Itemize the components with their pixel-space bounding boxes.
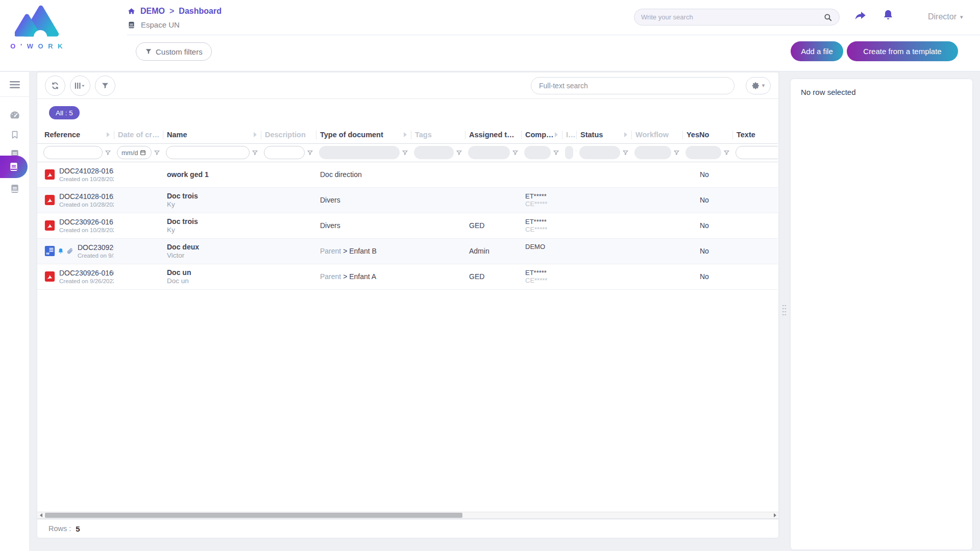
scroll-right-arrow[interactable] [771, 512, 778, 518]
funnel-icon[interactable] [553, 149, 559, 156]
home-icon [127, 7, 136, 15]
filter-button[interactable] [95, 76, 115, 96]
columns-button[interactable] [70, 76, 90, 96]
detail-panel: No row selected [791, 79, 972, 549]
table-row[interactable]: DOC230926-01610-3Created on 10/28/2024 1… [37, 213, 778, 238]
filter-yesno-disabled [685, 146, 721, 159]
user-role-label: Director [928, 12, 957, 21]
sidebar-item-bookmarks[interactable] [0, 125, 30, 144]
refresh-icon [51, 81, 60, 90]
sort-arrow-icon [555, 132, 558, 137]
funnel-icon[interactable] [512, 149, 519, 156]
fulltext-search-input[interactable] [539, 82, 726, 90]
funnel-icon [101, 82, 109, 90]
breadcrumb: DEMO > Dashboard [127, 7, 222, 16]
sidebar-item-dashboard[interactable] [0, 106, 30, 125]
grid-empty-area [37, 290, 778, 512]
table-row[interactable]: w DOC230926-01609-0Created on 9/26/2023 … [37, 238, 778, 264]
calendar-icon [140, 149, 146, 156]
refresh-button[interactable] [45, 76, 65, 96]
scroll-left-arrow[interactable] [37, 512, 44, 518]
grid-footer: Rows : 5 [37, 519, 778, 538]
col-header-description[interactable]: Description [261, 127, 316, 143]
sidebar-item-archives[interactable] [0, 179, 30, 198]
documents-table: Reference Date of cr… Name Description T… [37, 127, 778, 290]
sidebar-item-ged-active[interactable] [0, 156, 28, 178]
add-file-button[interactable]: Add a file [791, 41, 843, 61]
funnel-icon[interactable] [154, 149, 160, 156]
funnel-icon[interactable] [575, 149, 576, 156]
grid-settings-button[interactable]: ▾ [746, 77, 771, 94]
fulltext-search [531, 77, 734, 94]
breadcrumb-separator: > [169, 7, 174, 16]
col-header-reference[interactable]: Reference [37, 127, 114, 143]
funnel-icon[interactable] [622, 149, 629, 156]
global-search-input[interactable] [641, 13, 823, 21]
tab-all-count[interactable]: All : 5 [49, 106, 80, 119]
paperclip-icon [66, 247, 74, 255]
sidebar-menu-toggle[interactable] [0, 74, 30, 95]
grid-toolbar: ▾ [37, 72, 778, 99]
search-icon[interactable] [823, 13, 832, 22]
filter-date-input[interactable]: mm/d [117, 146, 152, 159]
filter-assigned-disabled [468, 146, 510, 159]
notifications-button[interactable] [881, 8, 895, 22]
filter-name-input[interactable] [170, 149, 245, 157]
funnel-icon [145, 48, 152, 55]
share-button[interactable] [853, 9, 868, 22]
col-header-workflow[interactable]: Workflow [631, 127, 682, 143]
col-header-texte[interactable]: Texte [732, 127, 778, 143]
filter-description-input[interactable] [268, 149, 300, 157]
funnel-icon[interactable] [252, 149, 258, 156]
filter-workflow-disabled [634, 146, 671, 159]
col-header-status[interactable]: Status [576, 127, 631, 143]
documents-grid-card: ▾ All : 5 Reference Date of cr… Name Des… [37, 72, 778, 538]
col-header-name[interactable]: Name [163, 127, 261, 143]
custom-filters-label: Custom filters [156, 47, 203, 56]
create-from-template-button[interactable]: Create from a template [847, 41, 958, 61]
col-header-date[interactable]: Date of cr… [114, 127, 163, 143]
funnel-icon[interactable] [105, 149, 111, 156]
table-row[interactable]: DOC241028-01627-0Created on 10/28/2024 1… [37, 187, 778, 213]
journal-icon [10, 184, 20, 194]
funnel-icon[interactable] [402, 149, 408, 156]
filter-texte-input[interactable] [740, 149, 778, 157]
table-row[interactable]: DOC230926-01608-0Created on 9/26/2023 3:… [37, 264, 778, 289]
left-sidebar [0, 72, 30, 551]
col-header-yesno[interactable]: YesNo [682, 127, 732, 143]
col-header-tags[interactable]: Tags [411, 127, 465, 143]
space-name[interactable]: Espace UN [141, 20, 180, 29]
funnel-icon[interactable] [456, 149, 462, 156]
col-header-company[interactable]: Comp… [521, 127, 562, 143]
dashboard-gauge-icon [9, 110, 20, 120]
col-header-assigned[interactable]: Assigned t… [465, 127, 521, 143]
funnel-icon[interactable] [723, 149, 730, 156]
no-row-selected-text: No row selected [801, 88, 962, 96]
col-header-i[interactable]: I… [562, 127, 576, 143]
table-row[interactable]: DOC241028-01635-0Created on 10/28/2024 1… [37, 162, 778, 187]
panel-resize-handle[interactable] [782, 304, 787, 317]
pdf-file-icon [44, 270, 55, 283]
custom-filters-button[interactable]: Custom filters [136, 42, 212, 61]
filter-row: mm/d [37, 143, 778, 162]
app-logo[interactable]: O ' W O R K [9, 4, 65, 50]
funnel-icon[interactable] [673, 149, 680, 156]
menu-icon [10, 81, 20, 89]
scrollbar-thumb[interactable] [45, 513, 462, 518]
filter-company-disabled [524, 146, 551, 159]
filter-reference-input[interactable] [48, 149, 98, 157]
horizontal-scrollbar[interactable] [37, 512, 778, 519]
bookmark-icon [10, 130, 19, 140]
col-header-type[interactable]: Type of document [316, 127, 411, 143]
breadcrumb-page[interactable]: Dashboard [179, 7, 222, 16]
filter-status-disabled [579, 146, 620, 159]
logo-wordmark: O ' W O R K [9, 42, 65, 50]
bell-icon [881, 8, 895, 22]
user-role-dropdown[interactable]: Director ▾ [928, 12, 963, 21]
pdf-file-icon [44, 194, 55, 206]
breadcrumb-site[interactable]: DEMO [140, 7, 165, 16]
chevron-down-icon: ▾ [762, 82, 765, 89]
sort-arrow-icon [107, 132, 110, 137]
funnel-icon[interactable] [307, 149, 313, 156]
rows-count: 5 [76, 524, 80, 533]
